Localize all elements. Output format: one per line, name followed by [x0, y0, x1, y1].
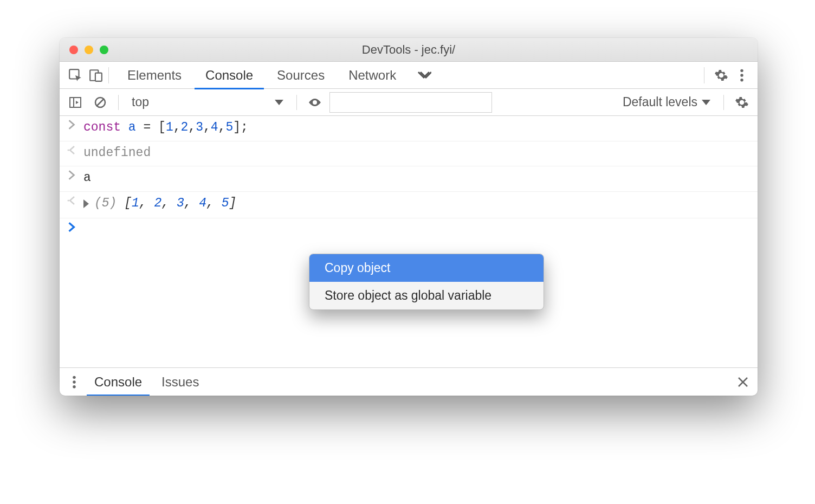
token-punct: [	[158, 120, 166, 134]
prompt-input[interactable]	[83, 221, 758, 232]
window-titlebar: DevTools - jec.fyi/	[60, 38, 758, 62]
console-output[interactable]: const a = [1,2,3,4,5]; undefined a	[60, 116, 758, 367]
main-tabs-bar: Elements Console Sources Network	[60, 62, 758, 89]
token-number: 1	[166, 120, 173, 134]
svg-point-5	[740, 78, 743, 81]
token-number: 5	[222, 196, 229, 210]
tab-elements[interactable]: Elements	[115, 62, 193, 89]
console-settings-icon[interactable]	[732, 92, 752, 113]
svg-point-12	[73, 380, 75, 383]
separator	[704, 67, 704, 83]
input-chevron-icon	[60, 118, 83, 138]
window-title: DevTools - jec.fyi/	[60, 43, 758, 57]
svg-point-10	[68, 199, 69, 201]
minimize-window-button[interactable]	[85, 46, 93, 54]
tab-network[interactable]: Network	[337, 62, 408, 89]
context-menu-item-store-global[interactable]: Store object as global variable	[309, 282, 544, 309]
result-array[interactable]: (5) [1, 2, 3, 4, 5]	[83, 194, 758, 215]
kebab-menu-icon[interactable]	[732, 65, 752, 86]
zoom-window-button[interactable]	[100, 46, 108, 54]
svg-point-11	[73, 376, 75, 378]
token-number: 4	[199, 196, 206, 210]
separator	[296, 95, 297, 110]
settings-icon[interactable]	[711, 65, 732, 86]
token-number: 2	[154, 196, 161, 210]
console-input-row: const a = [1,2,3,4,5];	[60, 116, 758, 141]
filter-input[interactable]	[329, 92, 492, 113]
svg-point-9	[68, 149, 69, 151]
more-tabs-button[interactable]	[408, 65, 441, 86]
expand-triangle-icon[interactable]	[83, 199, 89, 208]
svg-point-13	[73, 385, 75, 387]
token-number: 4	[211, 120, 218, 134]
close-window-button[interactable]	[69, 46, 78, 54]
chevron-down-icon	[702, 100, 710, 105]
array-count: (5)	[94, 196, 117, 210]
drawer-kebab-icon[interactable]	[64, 372, 85, 392]
input-chevron-icon	[60, 169, 83, 188]
drawer-bar: Console Issues	[60, 367, 758, 396]
separator	[108, 67, 109, 83]
tab-sources[interactable]: Sources	[265, 62, 337, 89]
code-line[interactable]: a	[83, 169, 758, 188]
console-result-row: undefined	[60, 141, 758, 166]
clear-console-icon[interactable]	[90, 92, 111, 113]
token-variable: a	[128, 120, 136, 134]
result-undefined: undefined	[83, 144, 758, 163]
tab-console[interactable]: Console	[193, 62, 265, 89]
window-controls	[60, 46, 108, 54]
svg-rect-6	[70, 98, 81, 107]
console-prompt-row[interactable]	[60, 218, 758, 236]
token-number: 3	[177, 196, 184, 210]
svg-point-4	[740, 74, 743, 76]
console-toolbar: top Default levels	[60, 89, 758, 116]
token-punct: ];	[233, 120, 248, 134]
token-number: 1	[132, 196, 139, 210]
token-number: 5	[225, 120, 233, 134]
token-punct: ]	[229, 196, 237, 210]
context-label: top	[132, 95, 149, 109]
chevron-down-icon	[275, 100, 283, 105]
separator	[118, 95, 119, 110]
live-expression-icon[interactable]	[305, 92, 325, 113]
levels-label: Default levels	[623, 95, 697, 109]
log-levels-selector[interactable]: Default levels	[617, 93, 716, 112]
inspect-element-icon[interactable]	[65, 65, 86, 86]
token-number: 2	[181, 120, 189, 134]
separator	[723, 95, 724, 110]
drawer-tab-console[interactable]: Console	[85, 368, 152, 396]
output-arrow-icon	[60, 144, 83, 163]
context-menu: Copy object Store object as global varia…	[309, 254, 544, 310]
token-punct: [	[117, 196, 132, 210]
devtools-window: DevTools - jec.fyi/ Elements Console Sou…	[60, 38, 758, 396]
drawer-tab-issues[interactable]: Issues	[152, 368, 209, 396]
token-keyword: const	[83, 120, 121, 134]
close-drawer-icon[interactable]	[733, 372, 753, 392]
console-result-row: (5) [1, 2, 3, 4, 5]	[60, 191, 758, 218]
svg-line-8	[96, 99, 104, 106]
execution-context-selector[interactable]: top	[126, 93, 289, 112]
token-number: 3	[196, 120, 203, 134]
token-punct: =	[136, 120, 158, 134]
console-input-row: a	[60, 166, 758, 191]
code-line[interactable]: const a = [1,2,3,4,5];	[83, 118, 758, 138]
svg-rect-2	[95, 73, 102, 81]
toggle-sidebar-icon[interactable]	[65, 92, 86, 113]
svg-point-3	[740, 69, 743, 72]
device-toolbar-icon[interactable]	[86, 65, 106, 86]
output-arrow-icon	[60, 194, 83, 215]
prompt-chevron-icon	[60, 221, 83, 232]
context-menu-item-copy-object[interactable]: Copy object	[309, 254, 544, 282]
